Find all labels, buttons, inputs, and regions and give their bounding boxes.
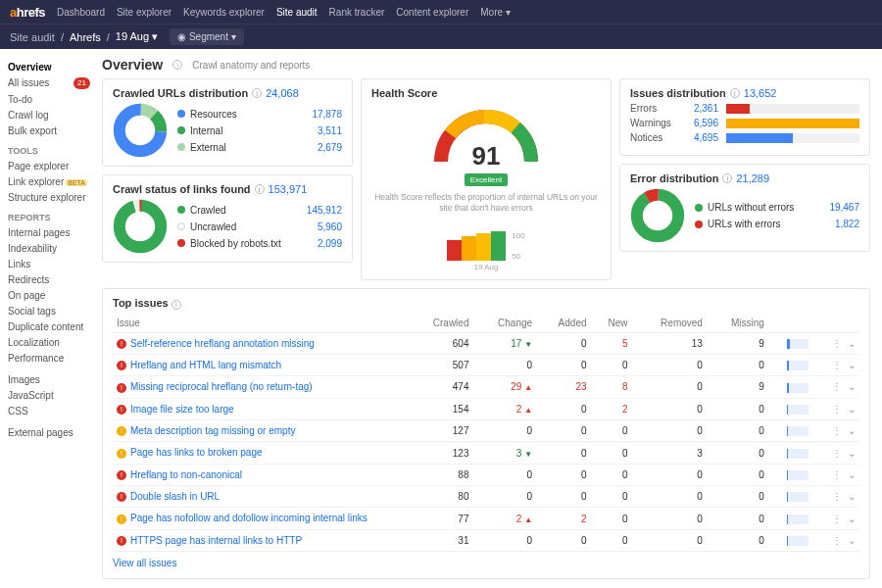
card-top-issues: Top issues i IssueCrawledChangeAddedNewR… xyxy=(102,288,870,579)
sidebar-item-redirects[interactable]: Redirects xyxy=(8,271,90,287)
row-menu-icon[interactable]: ⋮ xyxy=(832,514,842,524)
legend-row[interactable]: Blocked by robots.txt2,099 xyxy=(177,235,342,252)
row-menu-icon[interactable]: ⋮ xyxy=(832,535,842,546)
row-menu-icon[interactable]: ⋮ xyxy=(832,425,842,436)
breadcrumb-project[interactable]: Ahrefs xyxy=(70,31,101,43)
error-icon: ! xyxy=(117,383,126,393)
info-icon[interactable]: i xyxy=(255,184,265,194)
legend-row[interactable]: URLs with errors1,822 xyxy=(695,216,859,232)
row-expand-icon[interactable]: ⌄ xyxy=(842,338,856,349)
sidebar-item-indexability[interactable]: Indexability xyxy=(8,240,90,256)
row-expand-icon[interactable]: ⌄ xyxy=(842,448,856,459)
row-expand-icon[interactable]: ⌄ xyxy=(842,491,856,502)
sidebar-item-javascript[interactable]: JavaScript xyxy=(8,387,90,403)
legend-row[interactable]: Resources17,878 xyxy=(177,106,342,122)
mini-bar xyxy=(787,426,808,436)
row-expand-icon[interactable]: ⌄ xyxy=(842,425,856,436)
error-icon: ! xyxy=(117,492,126,502)
legend-dot xyxy=(695,220,703,228)
legend-row[interactable]: Crawled145,912 xyxy=(177,202,342,219)
card-error-distribution: Error distribution i 21,289 URLs without… xyxy=(619,164,870,252)
row-menu-icon[interactable]: ⋮ xyxy=(832,338,842,349)
nav-dashboard[interactable]: Dashboard xyxy=(57,7,105,18)
sidebar-item-on-page[interactable]: On page xyxy=(8,287,90,303)
sidebar: OverviewAll issues21To-doCrawl logBulk e… xyxy=(0,49,94,588)
nav-rank[interactable]: Rank tracker xyxy=(329,7,385,18)
donut-crawl-status xyxy=(113,199,168,254)
breadcrumb-date[interactable]: 19 Aug ▾ xyxy=(116,30,158,43)
legend-dot xyxy=(177,239,185,247)
sidebar-item-structure-explorer[interactable]: Structure explorer xyxy=(8,189,90,205)
error-icon: ! xyxy=(117,361,126,370)
info-icon[interactable]: i xyxy=(172,300,181,310)
table-row[interactable]: !Hreflang and HTML lang mismatch50700000… xyxy=(113,354,859,375)
legend-row[interactable]: Uncrawled5,960 xyxy=(177,219,342,235)
sidebar-item-duplicate-content[interactable]: Duplicate content xyxy=(8,318,90,334)
table-row[interactable]: !Page has nofollow and dofollow incoming… xyxy=(113,508,859,529)
info-icon[interactable]: i xyxy=(172,60,182,70)
row-menu-icon[interactable]: ⋮ xyxy=(832,360,842,370)
row-expand-icon[interactable]: ⌄ xyxy=(842,469,856,480)
table-row[interactable]: !Self-reference hreflang annotation miss… xyxy=(113,332,859,354)
legend-row[interactable]: Internal3,511 xyxy=(177,122,342,139)
card-crawled-urls: Crawled URLs distribution i 24,068 Resou… xyxy=(102,78,353,167)
breadcrumb-root[interactable]: Site audit xyxy=(10,31,55,43)
row-expand-icon[interactable]: ⌄ xyxy=(842,404,856,415)
table-row[interactable]: !Image file size too large1542 ▲0200⋮⌄ xyxy=(113,398,859,419)
legend-row[interactable]: URLs without errors19,467 xyxy=(695,199,859,216)
info-icon[interactable]: i xyxy=(730,88,740,98)
legend-row[interactable]: External2,679 xyxy=(177,139,342,156)
table-row[interactable]: !Missing reciprocal hreflang (no return-… xyxy=(113,376,859,398)
legend-dot xyxy=(177,222,185,230)
sidebar-item-css[interactable]: CSS xyxy=(8,403,90,418)
table-row[interactable]: !Page has links to broken page1233 ▼0030… xyxy=(113,442,859,464)
table-row[interactable]: !Double slash in URL8000000⋮⌄ xyxy=(113,486,859,508)
health-gauge: 91 xyxy=(427,103,545,172)
nav-more[interactable]: More ▾ xyxy=(480,7,511,18)
row-menu-icon[interactable]: ⋮ xyxy=(832,404,842,415)
row-expand-icon[interactable]: ⌄ xyxy=(842,535,856,546)
card-crawl-status: Crawl status of links found i 153,971 Cr… xyxy=(102,174,353,263)
top-nav: ahrefs DashboardSite explorerKeywords ex… xyxy=(0,0,882,24)
donut-crawled-urls xyxy=(113,103,168,158)
table-row[interactable]: !Meta description tag missing or empty12… xyxy=(113,420,859,442)
sidebar-item-link-explorer[interactable]: Link explorerBETA xyxy=(8,173,90,189)
sidebar-item-internal-pages[interactable]: Internal pages xyxy=(8,224,90,240)
sidebar-item-images[interactable]: Images xyxy=(8,371,90,387)
table-row[interactable]: !HTTPS page has internal links to HTTP31… xyxy=(113,529,859,551)
error-icon: ! xyxy=(117,339,126,349)
nav-content[interactable]: Content explorer xyxy=(396,7,468,18)
logo[interactable]: ahrefs xyxy=(10,5,45,20)
row-menu-icon[interactable]: ⋮ xyxy=(832,491,842,502)
warning-icon: ! xyxy=(117,449,126,459)
nav-site[interactable]: Site audit xyxy=(276,7,318,18)
sidebar-item-localization[interactable]: Localization xyxy=(8,334,90,350)
sidebar-item-all-issues[interactable]: All issues21 xyxy=(8,74,90,91)
row-menu-icon[interactable]: ⋮ xyxy=(832,381,842,392)
legend-dot xyxy=(177,126,185,134)
nav-site[interactable]: Site explorer xyxy=(117,7,172,18)
sidebar-item-overview[interactable]: Overview xyxy=(8,59,90,74)
sidebar-item-to-do[interactable]: To-do xyxy=(8,91,90,107)
dist-row-errors[interactable]: Errors2,361 xyxy=(630,103,859,114)
sidebar-item-crawl-log[interactable]: Crawl log xyxy=(8,107,90,122)
nav-keywords[interactable]: Keywords explorer xyxy=(183,7,265,18)
row-expand-icon[interactable]: ⌄ xyxy=(842,514,856,524)
dist-row-warnings[interactable]: Warnings6,596 xyxy=(630,118,859,128)
row-menu-icon[interactable]: ⋮ xyxy=(832,469,842,480)
row-menu-icon[interactable]: ⋮ xyxy=(832,448,842,459)
sidebar-item-performance[interactable]: Performance xyxy=(8,350,90,366)
view-all-issues-link[interactable]: View all issues xyxy=(113,552,176,570)
info-icon[interactable]: i xyxy=(252,88,262,98)
row-expand-icon[interactable]: ⌄ xyxy=(842,381,856,392)
info-icon[interactable]: i xyxy=(722,173,732,183)
sidebar-item-external-pages[interactable]: External pages xyxy=(8,424,90,440)
sidebar-item-links[interactable]: Links xyxy=(8,256,90,271)
sidebar-item-page-explorer[interactable]: Page explorer xyxy=(8,158,90,173)
sidebar-item-social-tags[interactable]: Social tags xyxy=(8,303,90,318)
sidebar-item-bulk-export[interactable]: Bulk export xyxy=(8,122,90,138)
row-expand-icon[interactable]: ⌄ xyxy=(842,360,856,370)
table-row[interactable]: !Hreflang to non-canonical8800000⋮⌄ xyxy=(113,464,859,485)
dist-row-notices[interactable]: Notices4,695 xyxy=(630,132,859,143)
segment-dropdown[interactable]: ◉ Segment ▾ xyxy=(170,28,244,45)
